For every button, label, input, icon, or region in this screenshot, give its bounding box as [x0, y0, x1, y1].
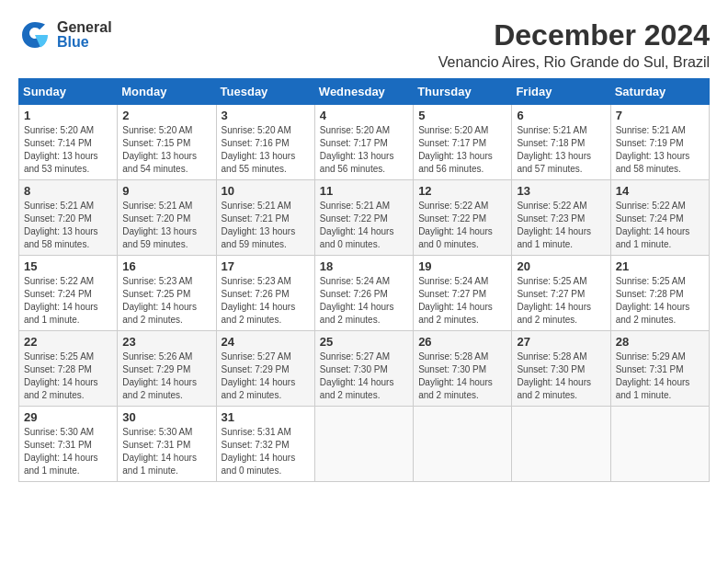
day-number: 15: [24, 259, 112, 273]
calendar-cell: 27Sunrise: 5:28 AM Sunset: 7:30 PM Dayli…: [512, 331, 610, 407]
day-info: Sunrise: 5:20 AM Sunset: 7:15 PM Dayligh…: [122, 124, 210, 176]
day-info: Sunrise: 5:21 AM Sunset: 7:22 PM Dayligh…: [320, 200, 408, 251]
calendar-cell: 18Sunrise: 5:24 AM Sunset: 7:26 PM Dayli…: [314, 256, 413, 331]
calendar-cell: 5Sunrise: 5:20 AM Sunset: 7:17 PM Daylig…: [414, 105, 512, 180]
day-info: Sunrise: 5:25 AM Sunset: 7:28 PM Dayligh…: [24, 350, 112, 402]
day-number: 16: [122, 259, 210, 273]
day-number: 12: [418, 184, 506, 198]
calendar-cell: 20Sunrise: 5:25 AM Sunset: 7:27 PM Dayli…: [512, 256, 610, 331]
calendar-body: 1Sunrise: 5:20 AM Sunset: 7:14 PM Daylig…: [19, 105, 710, 482]
col-sunday: Sunday: [19, 79, 118, 105]
day-number: 28: [616, 335, 704, 349]
page-subtitle: Venancio Aires, Rio Grande do Sul, Brazi…: [438, 54, 710, 71]
calendar-cell: 9Sunrise: 5:21 AM Sunset: 7:20 PM Daylig…: [118, 180, 216, 256]
day-number: 30: [122, 410, 210, 424]
day-info: Sunrise: 5:20 AM Sunset: 7:17 PM Dayligh…: [320, 124, 408, 176]
day-info: Sunrise: 5:30 AM Sunset: 7:31 PM Dayligh…: [24, 426, 112, 477]
day-info: Sunrise: 5:31 AM Sunset: 7:32 PM Dayligh…: [222, 426, 310, 477]
logo-general: General: [57, 20, 112, 35]
logo: General Blue: [18, 18, 112, 52]
calendar-cell: 23Sunrise: 5:26 AM Sunset: 7:29 PM Dayli…: [118, 331, 216, 407]
day-info: Sunrise: 5:29 AM Sunset: 7:31 PM Dayligh…: [616, 350, 704, 402]
calendar-cell: 1Sunrise: 5:20 AM Sunset: 7:14 PM Daylig…: [19, 105, 118, 180]
day-info: Sunrise: 5:27 AM Sunset: 7:30 PM Dayligh…: [320, 350, 408, 402]
day-info: Sunrise: 5:23 AM Sunset: 7:26 PM Dayligh…: [222, 275, 310, 327]
day-number: 20: [517, 259, 605, 273]
calendar-row: 29Sunrise: 5:30 AM Sunset: 7:31 PM Dayli…: [19, 407, 710, 482]
col-thursday: Thursday: [414, 79, 512, 105]
day-info: Sunrise: 5:23 AM Sunset: 7:25 PM Dayligh…: [122, 275, 210, 327]
calendar-table: Sunday Monday Tuesday Wednesday Thursday…: [18, 78, 710, 482]
calendar-cell: 16Sunrise: 5:23 AM Sunset: 7:25 PM Dayli…: [118, 256, 216, 331]
calendar-cell: 12Sunrise: 5:22 AM Sunset: 7:22 PM Dayli…: [414, 180, 512, 256]
day-number: 6: [517, 109, 605, 122]
day-info: Sunrise: 5:22 AM Sunset: 7:24 PM Dayligh…: [616, 200, 704, 251]
title-section: December 2024 Venancio Aires, Rio Grande…: [438, 18, 710, 71]
day-number: 18: [320, 259, 408, 273]
day-number: 31: [222, 410, 310, 424]
day-number: 13: [517, 184, 605, 198]
calendar-cell: 6Sunrise: 5:21 AM Sunset: 7:18 PM Daylig…: [512, 105, 610, 180]
calendar-cell: 30Sunrise: 5:30 AM Sunset: 7:31 PM Dayli…: [118, 407, 216, 482]
day-number: 3: [222, 109, 310, 122]
day-info: Sunrise: 5:25 AM Sunset: 7:27 PM Dayligh…: [517, 275, 605, 327]
day-info: Sunrise: 5:28 AM Sunset: 7:30 PM Dayligh…: [517, 350, 605, 402]
day-number: 29: [24, 410, 112, 424]
day-number: 1: [24, 109, 112, 122]
day-number: 4: [320, 109, 408, 122]
calendar-row: 1Sunrise: 5:20 AM Sunset: 7:14 PM Daylig…: [19, 105, 710, 180]
calendar-row: 8Sunrise: 5:21 AM Sunset: 7:20 PM Daylig…: [19, 180, 710, 256]
day-number: 24: [222, 335, 310, 349]
day-number: 9: [122, 184, 210, 198]
calendar-cell: 25Sunrise: 5:27 AM Sunset: 7:30 PM Dayli…: [314, 331, 413, 407]
day-info: Sunrise: 5:20 AM Sunset: 7:14 PM Dayligh…: [24, 124, 112, 176]
col-wednesday: Wednesday: [314, 79, 413, 105]
day-number: 7: [616, 109, 704, 122]
day-number: 19: [418, 259, 506, 273]
day-info: Sunrise: 5:24 AM Sunset: 7:27 PM Dayligh…: [418, 275, 506, 327]
calendar-header-row: Sunday Monday Tuesday Wednesday Thursday…: [19, 79, 710, 105]
day-info: Sunrise: 5:28 AM Sunset: 7:30 PM Dayligh…: [418, 350, 506, 402]
page-title: December 2024: [438, 18, 710, 52]
calendar-cell: 11Sunrise: 5:21 AM Sunset: 7:22 PM Dayli…: [314, 180, 413, 256]
day-info: Sunrise: 5:21 AM Sunset: 7:19 PM Dayligh…: [616, 124, 704, 176]
day-number: 23: [122, 335, 210, 349]
day-info: Sunrise: 5:22 AM Sunset: 7:24 PM Dayligh…: [24, 275, 112, 327]
day-info: Sunrise: 5:27 AM Sunset: 7:29 PM Dayligh…: [222, 350, 310, 402]
calendar-cell: 3Sunrise: 5:20 AM Sunset: 7:16 PM Daylig…: [216, 105, 314, 180]
day-info: Sunrise: 5:21 AM Sunset: 7:20 PM Dayligh…: [122, 200, 210, 251]
day-info: Sunrise: 5:21 AM Sunset: 7:18 PM Dayligh…: [517, 124, 605, 176]
day-number: 2: [122, 109, 210, 122]
calendar-cell: 4Sunrise: 5:20 AM Sunset: 7:17 PM Daylig…: [314, 105, 413, 180]
calendar-cell: 26Sunrise: 5:28 AM Sunset: 7:30 PM Dayli…: [414, 331, 512, 407]
day-info: Sunrise: 5:20 AM Sunset: 7:17 PM Dayligh…: [418, 124, 506, 176]
calendar-cell: 2Sunrise: 5:20 AM Sunset: 7:15 PM Daylig…: [118, 105, 216, 180]
day-info: Sunrise: 5:26 AM Sunset: 7:29 PM Dayligh…: [122, 350, 210, 402]
day-info: Sunrise: 5:21 AM Sunset: 7:21 PM Dayligh…: [222, 200, 310, 251]
day-info: Sunrise: 5:22 AM Sunset: 7:23 PM Dayligh…: [517, 200, 605, 251]
logo-text: General Blue: [57, 20, 112, 50]
calendar-cell: 7Sunrise: 5:21 AM Sunset: 7:19 PM Daylig…: [610, 105, 709, 180]
day-number: 26: [418, 335, 506, 349]
col-saturday: Saturday: [610, 79, 709, 105]
calendar-cell: [314, 407, 413, 482]
calendar-cell: 13Sunrise: 5:22 AM Sunset: 7:23 PM Dayli…: [512, 180, 610, 256]
calendar-cell: 29Sunrise: 5:30 AM Sunset: 7:31 PM Dayli…: [19, 407, 118, 482]
calendar-cell: 10Sunrise: 5:21 AM Sunset: 7:21 PM Dayli…: [216, 180, 314, 256]
calendar-cell: [414, 407, 512, 482]
calendar-row: 22Sunrise: 5:25 AM Sunset: 7:28 PM Dayli…: [19, 331, 710, 407]
day-number: 27: [517, 335, 605, 349]
calendar-cell: 17Sunrise: 5:23 AM Sunset: 7:26 PM Dayli…: [216, 256, 314, 331]
day-number: 11: [320, 184, 408, 198]
day-info: Sunrise: 5:25 AM Sunset: 7:28 PM Dayligh…: [616, 275, 704, 327]
calendar-cell: 15Sunrise: 5:22 AM Sunset: 7:24 PM Dayli…: [19, 256, 118, 331]
day-info: Sunrise: 5:21 AM Sunset: 7:20 PM Dayligh…: [24, 200, 112, 251]
day-number: 10: [222, 184, 310, 198]
calendar-cell: 28Sunrise: 5:29 AM Sunset: 7:31 PM Dayli…: [610, 331, 709, 407]
calendar-cell: 8Sunrise: 5:21 AM Sunset: 7:20 PM Daylig…: [19, 180, 118, 256]
day-info: Sunrise: 5:22 AM Sunset: 7:22 PM Dayligh…: [418, 200, 506, 251]
day-number: 8: [24, 184, 112, 198]
calendar-cell: [512, 407, 610, 482]
day-number: 14: [616, 184, 704, 198]
calendar-cell: 14Sunrise: 5:22 AM Sunset: 7:24 PM Dayli…: [610, 180, 709, 256]
